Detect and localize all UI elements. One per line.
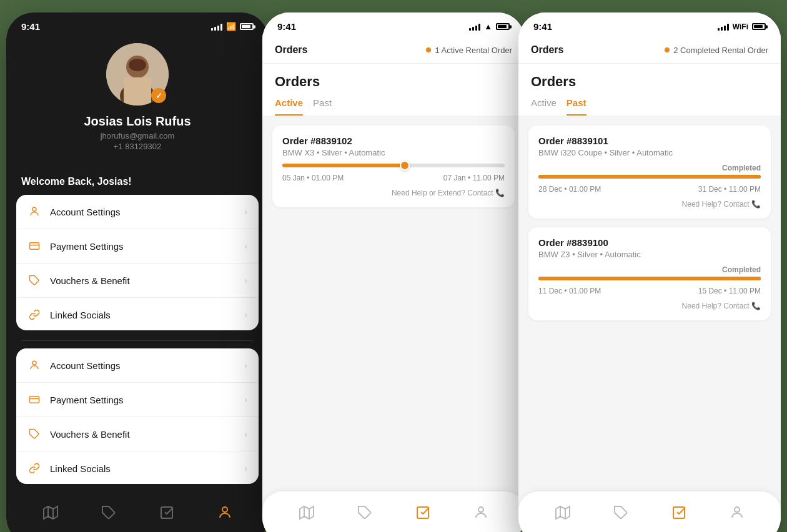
orders-content-2: Order #8839102 BMW X3 • Silver • Automat… [262, 116, 525, 491]
chevron-icon-4: › [244, 310, 247, 320]
nav-map-2[interactable] [295, 501, 318, 524]
order-footer-3: Need Help? Contact 📞 [538, 302, 761, 310]
profile-email: jhorufus@gmail.com [101, 131, 175, 140]
order-date-start-2: 28 Dec • 01.00 PM [538, 185, 601, 194]
order-card-3: Order #8839100 BMW Z3 • Silver • Automat… [528, 227, 771, 320]
nav-profile-1[interactable] [214, 501, 236, 524]
status-text-3: 2 Completed Rental Order [673, 46, 768, 55]
chevron-icon-8: › [244, 463, 247, 473]
order-date-end-2: 31 Dec • 11.00 PM [698, 185, 761, 194]
phone-past-orders: 9:41 WiFi Orders [518, 12, 781, 532]
profile-phone: +1 83129302 [114, 142, 161, 151]
signal-icon-2 [469, 23, 480, 31]
svg-point-23 [478, 507, 483, 512]
nav-orders-3[interactable] [668, 501, 690, 524]
menu-section-2: Account Settings › Payment Settings › Vo… [16, 348, 259, 484]
bottom-nav-2 [262, 491, 525, 532]
svg-point-18 [222, 507, 227, 512]
tab-active-2[interactable]: Active [275, 97, 303, 116]
svg-rect-22 [417, 507, 428, 518]
bottom-nav-3 [518, 491, 781, 532]
status-dot-3 [665, 47, 670, 52]
nav-orders-2[interactable] [412, 501, 434, 524]
verified-badge: ✓ [151, 88, 166, 103]
orders-title-3: Orders [531, 74, 768, 90]
menu-label-payment-settings-2: Payment Settings [50, 395, 244, 405]
topbar-title-2: Orders [275, 44, 307, 56]
menu-item-account-settings-2[interactable]: Account Settings › [16, 348, 259, 383]
order-date-start-3: 11 Dec • 01.00 PM [538, 287, 601, 295]
topbar-title-3: Orders [531, 44, 563, 56]
orders-title-2: Orders [275, 74, 512, 90]
menu-item-linked-socials[interactable]: Linked Socials › [16, 298, 259, 330]
tab-past-3[interactable]: Past [567, 97, 587, 116]
nav-map-1[interactable] [39, 501, 62, 524]
map-icon-1 [43, 505, 58, 520]
nav-tag-1[interactable] [97, 501, 120, 524]
nav-map-3[interactable] [552, 501, 574, 524]
menu-label-linked-socials: Linked Socials [50, 310, 244, 320]
svg-point-5 [129, 59, 146, 71]
time-1: 9:41 [21, 21, 40, 32]
profile-icon-3 [730, 505, 745, 520]
status-icons-3: WiFi [718, 22, 766, 31]
progress-thumb-1 [400, 160, 410, 170]
order-date-end-1: 07 Jan • 11.00 PM [443, 174, 505, 182]
order-dates-3: 11 Dec • 01.00 PM 15 Dec • 11.00 PM [538, 287, 761, 295]
tab-past-2[interactable]: Past [313, 97, 332, 116]
svg-rect-27 [673, 507, 685, 518]
menu-label-linked-socials-2: Linked Socials [50, 463, 244, 474]
nav-profile-2[interactable] [470, 501, 492, 524]
menu-label-account-settings-2: Account Settings [50, 360, 244, 371]
signal-icon-3 [718, 23, 729, 31]
profile-header: ✓ Josias Lois Rufus jhorufus@gmail.com +… [6, 37, 269, 166]
menu-item-linked-socials-2[interactable]: Linked Socials › [16, 451, 259, 484]
status-bar-2: 9:41 ▲ [262, 12, 525, 37]
nav-tag-2[interactable] [354, 501, 376, 524]
welcome-text: Welcome Back, Josias! [6, 166, 269, 195]
chevron-icon-2: › [244, 241, 247, 251]
order-card-1: Order #8839102 BMW X3 • Silver • Automat… [272, 126, 515, 207]
nav-orders-1[interactable] [156, 501, 178, 524]
phone-icon-2: 📞 [751, 200, 761, 209]
orders-icon-2 [415, 505, 430, 520]
phone-active-orders: 9:41 ▲ Orders [262, 12, 525, 532]
tab-active-3[interactable]: Active [531, 97, 557, 116]
nav-tag-3[interactable] [610, 501, 632, 524]
menu-item-vouchers[interactable]: Vouchers & Benefit › [16, 264, 259, 298]
menu-section-1: Account Settings › Payment Settings › Vo… [16, 195, 259, 330]
svg-marker-14 [44, 506, 57, 519]
orders-tabs-3: Active Past [531, 97, 768, 116]
tag-icon-2 [27, 427, 41, 441]
progress-bar-2 [538, 175, 761, 179]
wifi-icon-2: ▲ [484, 22, 492, 31]
status-bar-3: 9:41 WiFi [518, 12, 781, 37]
link-icon [27, 308, 41, 322]
menu-label-payment-settings: Payment Settings [50, 241, 244, 252]
order-car-3: BMW Z3 • Silver • Automatic [538, 250, 761, 259]
order-dates-2: 28 Dec • 01.00 PM 31 Dec • 11.00 PM [538, 185, 761, 194]
menu-item-account-settings[interactable]: Account Settings › [16, 195, 259, 229]
svg-marker-24 [556, 506, 570, 519]
chevron-icon-3: › [244, 275, 247, 285]
chevron-icon-7: › [244, 429, 247, 439]
chevron-icon-5: › [244, 360, 247, 370]
menu-item-vouchers-2[interactable]: Vouchers & Benefit › [16, 417, 259, 451]
menu-item-payment-settings-2[interactable]: Payment Settings › [16, 383, 259, 417]
status-icons-2: ▲ [469, 22, 510, 31]
orders-topbar-3: Orders 2 Completed Rental Order [518, 37, 781, 64]
chevron-icon-6: › [244, 395, 247, 405]
card-icon-2 [27, 393, 41, 406]
progress-bar-3 [538, 277, 761, 280]
menu-label-account-settings: Account Settings [50, 207, 244, 217]
svg-point-6 [32, 207, 36, 211]
person-icon [27, 205, 41, 219]
tag-nav-icon-2 [357, 505, 372, 520]
order-footer-1: Need Help or Extend? Contact 📞 [282, 189, 505, 197]
orders-content-3: Order #8839101 BMW i320 Coupe • Silver •… [518, 116, 781, 491]
topbar-status-3: 2 Completed Rental Order [665, 46, 768, 55]
topbar-status-2: 1 Active Rental Order [426, 46, 512, 55]
menu-item-payment-settings[interactable]: Payment Settings › [16, 229, 259, 264]
nav-profile-3[interactable] [726, 501, 748, 524]
status-icons-1: 📶 [211, 22, 254, 31]
